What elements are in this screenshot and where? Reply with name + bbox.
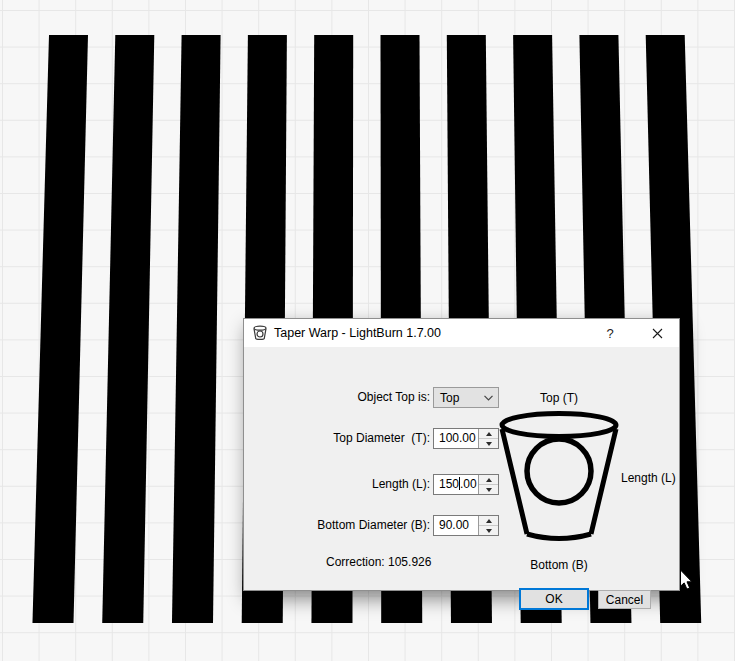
ok-button[interactable]: OK <box>519 588 589 610</box>
top-diameter-value: 100.00 <box>434 429 478 448</box>
length-label: Length (L): <box>248 474 430 495</box>
length-value-before-caret: 150 <box>439 477 459 491</box>
cancel-button[interactable]: Cancel <box>598 590 651 609</box>
diagram-bottom-label: Bottom (B) <box>499 555 619 575</box>
bottom-diameter-value: 90.00 <box>434 516 478 535</box>
triangle-down-icon <box>486 529 492 533</box>
dialog-body: Object Top is: Top Top Diameter (T): 100… <box>244 347 679 590</box>
length-input[interactable]: 150.00 <box>433 474 499 495</box>
length-value: 150.00 <box>434 475 478 494</box>
lightburn-workspace: Taper Warp - LightBurn 1.7.00 ? Object T… <box>0 0 735 661</box>
taper-cup-diagram <box>493 410 625 544</box>
correction-readout: Correction: 105.926 <box>326 552 431 572</box>
dialog-titlebar[interactable]: Taper Warp - LightBurn 1.7.00 ? <box>244 319 679 347</box>
taper-warp-icon <box>252 325 268 341</box>
top-diameter-input[interactable]: 100.00 <box>433 428 499 449</box>
bottom-diameter-input[interactable]: 90.00 <box>433 515 499 536</box>
stripe[interactable] <box>102 35 154 623</box>
bottom-diameter-label: Bottom Diameter (B): <box>248 515 430 536</box>
triangle-down-icon <box>486 488 492 492</box>
object-top-selected-value: Top <box>434 391 478 405</box>
stripe[interactable] <box>32 35 88 623</box>
length-value-after-caret: .00 <box>460 477 477 491</box>
diagram-top-label: Top (T) <box>499 388 619 408</box>
top-diameter-label: Top Diameter (T): <box>248 428 430 449</box>
taper-warp-dialog: Taper Warp - LightBurn 1.7.00 ? Object T… <box>243 318 680 591</box>
triangle-down-icon <box>486 442 492 446</box>
help-icon: ? <box>606 326 613 341</box>
object-top-label: Object Top is: <box>248 387 430 408</box>
help-button[interactable]: ? <box>594 319 626 347</box>
dialog-title: Taper Warp - LightBurn 1.7.00 <box>274 326 441 340</box>
object-top-select[interactable]: Top <box>433 387 499 408</box>
diagram-length-label: Length (L) <box>621 468 676 488</box>
close-button[interactable] <box>640 319 674 347</box>
triangle-up-icon <box>486 432 492 436</box>
triangle-up-icon <box>486 519 492 523</box>
stripe[interactable] <box>172 35 221 623</box>
chevron-down-icon <box>478 395 498 401</box>
close-icon <box>652 328 663 339</box>
triangle-up-icon <box>486 478 492 482</box>
mouse-cursor-icon <box>679 569 694 591</box>
